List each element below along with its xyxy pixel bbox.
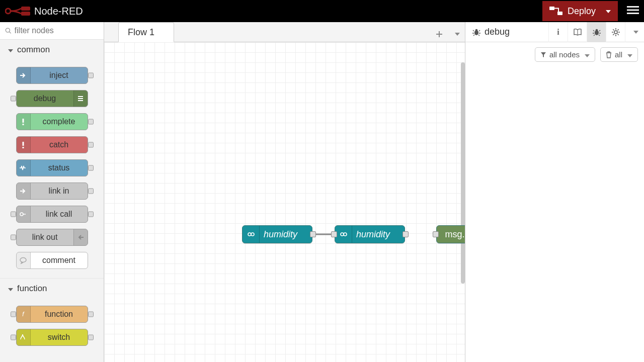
sidebar-debug-button[interactable] bbox=[587, 22, 606, 42]
svg-rect-11 bbox=[78, 98, 83, 99]
port-in[interactable] bbox=[331, 231, 337, 237]
flow-canvas[interactable]: humidityhumiditymsg.payload bbox=[104, 42, 465, 362]
svg-rect-15 bbox=[23, 142, 24, 146]
svg-line-9 bbox=[10, 32, 11, 33]
bug-icon bbox=[472, 28, 480, 36]
flow-node-label: humidity bbox=[356, 229, 390, 240]
palette-search[interactable] bbox=[0, 22, 104, 40]
app-logo: Node-RED bbox=[5, 5, 83, 17]
palette-node-link-in[interactable]: link in bbox=[16, 183, 88, 200]
palette-search-input[interactable] bbox=[15, 26, 99, 35]
tabs-menu-button[interactable] bbox=[448, 27, 465, 42]
gear-icon bbox=[612, 28, 620, 36]
svg-point-18 bbox=[20, 258, 26, 262]
deploy-caret-icon bbox=[604, 8, 611, 15]
palette-node-label: complete bbox=[31, 117, 88, 126]
comment-icon bbox=[19, 256, 27, 264]
deploy-icon bbox=[549, 7, 562, 16]
port-in[interactable] bbox=[433, 231, 439, 237]
palette-node-status[interactable]: status bbox=[16, 159, 88, 176]
palette-node-comment[interactable]: comment bbox=[16, 252, 88, 269]
flow-node-debug-n3[interactable]: msg.payload bbox=[436, 225, 465, 243]
palette-category-label: function bbox=[17, 284, 47, 294]
flow-node-label: humidity bbox=[264, 229, 297, 240]
menu-button[interactable] bbox=[627, 4, 639, 18]
trash-icon bbox=[606, 51, 612, 58]
plus-icon bbox=[436, 31, 443, 38]
chevron-down-icon bbox=[6, 284, 13, 294]
svg-rect-0 bbox=[21, 7, 30, 11]
palette-node-link-call[interactable]: link call bbox=[16, 206, 88, 223]
app-title: Node-RED bbox=[34, 6, 83, 17]
svg-rect-10 bbox=[78, 96, 83, 97]
palette-node-label: link call bbox=[31, 210, 88, 219]
debug-icon bbox=[76, 95, 85, 103]
svg-line-36 bbox=[617, 29, 618, 30]
palette: commoninjectdebugcompletecatchstatuslink… bbox=[0, 22, 104, 362]
svg-text:f: f bbox=[22, 311, 25, 318]
chevron-down-icon bbox=[6, 45, 13, 55]
sidebar-info-button[interactable]: i bbox=[548, 22, 568, 42]
bang-icon bbox=[19, 141, 27, 149]
svg-point-24 bbox=[475, 29, 478, 31]
bang-icon bbox=[19, 118, 27, 126]
port-out[interactable] bbox=[88, 212, 94, 217]
palette-node-switch[interactable]: switch bbox=[16, 329, 88, 346]
arduino-icon bbox=[340, 230, 348, 238]
port-in[interactable] bbox=[11, 235, 16, 240]
header: Node-RED Deploy bbox=[0, 0, 644, 22]
port-out[interactable] bbox=[88, 119, 94, 125]
sidebar-config-button[interactable] bbox=[606, 22, 625, 42]
info-icon: i bbox=[557, 28, 559, 37]
palette-node-link-out[interactable]: link out bbox=[16, 229, 88, 246]
port-in[interactable] bbox=[11, 335, 16, 340]
port-out[interactable] bbox=[88, 189, 94, 194]
port-in[interactable] bbox=[11, 212, 16, 217]
arduino-icon bbox=[247, 230, 255, 238]
palette-node-label: catch bbox=[31, 140, 88, 149]
port-out[interactable] bbox=[88, 142, 94, 148]
svg-rect-14 bbox=[23, 124, 24, 125]
palette-node-complete[interactable]: complete bbox=[16, 113, 88, 130]
port-out[interactable] bbox=[88, 335, 94, 340]
palette-node-inject[interactable]: inject bbox=[16, 67, 88, 84]
palette-node-debug[interactable]: debug bbox=[16, 90, 88, 107]
port-out[interactable] bbox=[88, 312, 94, 317]
flow-node-arduino-n1[interactable]: humidity bbox=[242, 225, 312, 243]
palette-node-catch[interactable]: catch bbox=[16, 136, 88, 153]
palette-node-label: inject bbox=[31, 71, 88, 80]
port-in[interactable] bbox=[11, 312, 16, 317]
palette-node-label: switch bbox=[31, 333, 88, 342]
chevron-down-icon bbox=[583, 50, 590, 59]
fx-icon: f bbox=[19, 310, 27, 318]
palette-node-function[interactable]: ffunction bbox=[16, 306, 88, 323]
add-tab-button[interactable] bbox=[431, 27, 448, 42]
deploy-button[interactable]: Deploy bbox=[542, 1, 618, 21]
svg-rect-3 bbox=[549, 7, 554, 10]
port-out[interactable] bbox=[88, 165, 94, 171]
workspace: Flow 1 humidityhumiditymsg.payload bbox=[104, 22, 465, 362]
port-out[interactable] bbox=[403, 231, 409, 237]
port-in[interactable] bbox=[11, 96, 16, 102]
book-icon bbox=[573, 28, 582, 36]
linkout-icon bbox=[76, 233, 85, 241]
palette-node-label: status bbox=[31, 163, 88, 172]
port-out[interactable] bbox=[310, 231, 316, 237]
palette-category-function[interactable]: function bbox=[0, 278, 104, 299]
port-out[interactable] bbox=[88, 73, 94, 78]
palette-node-label: function bbox=[31, 310, 88, 319]
debug-clear-button[interactable]: all bbox=[600, 47, 638, 62]
palette-category-common[interactable]: common bbox=[0, 40, 104, 60]
svg-line-34 bbox=[617, 34, 618, 35]
canvas-scrollbar[interactable] bbox=[461, 62, 465, 284]
sidebar-help-button[interactable] bbox=[568, 22, 587, 42]
debug-filter-button[interactable]: all nodes bbox=[535, 47, 595, 62]
tab-flow-1[interactable]: Flow 1 bbox=[118, 22, 174, 42]
linkcall-icon bbox=[19, 210, 27, 218]
hamburger-icon bbox=[627, 4, 639, 16]
sidebar-more-button[interactable] bbox=[625, 22, 644, 42]
flow-node-arduino-n2[interactable]: humidity bbox=[335, 225, 405, 243]
search-icon bbox=[5, 27, 12, 34]
palette-node-label: link in bbox=[31, 187, 88, 196]
svg-rect-16 bbox=[23, 147, 24, 148]
